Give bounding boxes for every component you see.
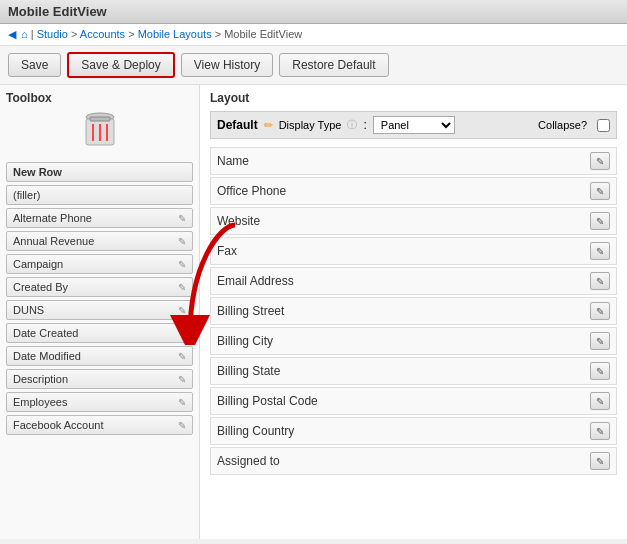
created-by-edit-icon[interactable]: ✎ bbox=[178, 282, 186, 293]
save-button[interactable]: Save bbox=[8, 53, 61, 77]
toolbox-item-date-created[interactable]: Date Created ✎ bbox=[6, 323, 193, 343]
toolbox-item-description[interactable]: Description ✎ bbox=[6, 369, 193, 389]
annual-revenue-edit-icon[interactable]: ✎ bbox=[178, 236, 186, 247]
restore-default-button[interactable]: Restore Default bbox=[279, 53, 388, 77]
layout-panel: Layout Default ✏ Display Type ⓘ : Panel … bbox=[200, 85, 627, 539]
svg-rect-2 bbox=[90, 117, 110, 121]
display-type-select[interactable]: Panel Tab Collapsible bbox=[373, 116, 455, 134]
field-row-fax: Fax ✎ bbox=[210, 237, 617, 265]
breadcrumb: ◀ ⌂ | Studio > Accounts > Mobile Layouts… bbox=[0, 24, 627, 46]
toolbox-item-alternate-phone[interactable]: Alternate Phone ✎ bbox=[6, 208, 193, 228]
layout-title: Layout bbox=[210, 91, 617, 105]
field-row-email-address: Email Address ✎ bbox=[210, 267, 617, 295]
date-modified-edit-icon[interactable]: ✎ bbox=[178, 351, 186, 362]
field-row-billing-street: Billing Street ✎ bbox=[210, 297, 617, 325]
toolbox-item-annual-revenue[interactable]: Annual Revenue ✎ bbox=[6, 231, 193, 251]
alternate-phone-edit-icon[interactable]: ✎ bbox=[178, 213, 186, 224]
toolbox-item-duns[interactable]: DUNS ✎ bbox=[6, 300, 193, 320]
duns-edit-icon[interactable]: ✎ bbox=[178, 305, 186, 316]
facebook-account-edit-icon[interactable]: ✎ bbox=[178, 420, 186, 431]
field-edit-billing-street[interactable]: ✎ bbox=[590, 302, 610, 320]
field-edit-billing-postal-code[interactable]: ✎ bbox=[590, 392, 610, 410]
breadcrumb-mobile-layouts[interactable]: Mobile Layouts bbox=[138, 28, 212, 40]
trash-icon bbox=[82, 111, 118, 151]
collapse-checkbox[interactable] bbox=[597, 119, 610, 132]
breadcrumb-current: Mobile EditView bbox=[224, 28, 302, 40]
toolbox-item-facebook-account[interactable]: Facebook Account ✎ bbox=[6, 415, 193, 435]
view-history-button[interactable]: View History bbox=[181, 53, 273, 77]
field-row-name: Name ✎ bbox=[210, 147, 617, 175]
field-edit-billing-country[interactable]: ✎ bbox=[590, 422, 610, 440]
field-row-website: Website ✎ bbox=[210, 207, 617, 235]
toolbox-title: Toolbox bbox=[6, 91, 193, 105]
toolbox-item-campaign[interactable]: Campaign ✎ bbox=[6, 254, 193, 274]
field-edit-billing-state[interactable]: ✎ bbox=[590, 362, 610, 380]
field-edit-billing-city[interactable]: ✎ bbox=[590, 332, 610, 350]
layout-default-edit-icon[interactable]: ✏ bbox=[264, 119, 273, 132]
display-type-label: Display Type bbox=[279, 119, 342, 131]
field-edit-email-address[interactable]: ✎ bbox=[590, 272, 610, 290]
field-row-billing-city: Billing City ✎ bbox=[210, 327, 617, 355]
toolbox-item-created-by[interactable]: Created By ✎ bbox=[6, 277, 193, 297]
collapse-label: Collapse? bbox=[538, 119, 587, 131]
toolbar: Save Save & Deploy View History Restore … bbox=[0, 46, 627, 85]
toolbox-item-employees[interactable]: Employees ✎ bbox=[6, 392, 193, 412]
toolbox: Toolbox New Row (filler) bbox=[0, 85, 200, 539]
home-icon[interactable]: ⌂ bbox=[21, 28, 28, 40]
breadcrumb-studio[interactable]: Studio bbox=[37, 28, 68, 40]
main-content: Toolbox New Row (filler) bbox=[0, 85, 627, 539]
field-row-billing-postal-code: Billing Postal Code ✎ bbox=[210, 387, 617, 415]
layout-default-label: Default bbox=[217, 118, 258, 132]
description-edit-icon[interactable]: ✎ bbox=[178, 374, 186, 385]
field-row-billing-state: Billing State ✎ bbox=[210, 357, 617, 385]
field-edit-assigned-to[interactable]: ✎ bbox=[590, 452, 610, 470]
field-row-office-phone: Office Phone ✎ bbox=[210, 177, 617, 205]
title-bar: Mobile EditView bbox=[0, 0, 627, 24]
field-edit-office-phone[interactable]: ✎ bbox=[590, 182, 610, 200]
trash-icon-container bbox=[6, 111, 193, 154]
save-deploy-button[interactable]: Save & Deploy bbox=[67, 52, 174, 78]
campaign-edit-icon[interactable]: ✎ bbox=[178, 259, 186, 270]
date-created-edit-icon[interactable]: ✎ bbox=[178, 328, 186, 339]
display-type-info-icon: ⓘ bbox=[347, 118, 357, 132]
field-row-billing-country: Billing Country ✎ bbox=[210, 417, 617, 445]
layout-header: Default ✏ Display Type ⓘ : Panel Tab Col… bbox=[210, 111, 617, 139]
field-edit-fax[interactable]: ✎ bbox=[590, 242, 610, 260]
toolbox-item-date-modified[interactable]: Date Modified ✎ bbox=[6, 346, 193, 366]
toolbox-item-new-row[interactable]: New Row bbox=[6, 162, 193, 182]
title-bar-label: Mobile EditView bbox=[8, 4, 107, 19]
back-icon[interactable]: ◀ bbox=[8, 28, 16, 40]
field-edit-name[interactable]: ✎ bbox=[590, 152, 610, 170]
main-wrapper: Toolbox New Row (filler) bbox=[0, 85, 627, 539]
toolbox-item-filler[interactable]: (filler) bbox=[6, 185, 193, 205]
breadcrumb-accounts[interactable]: Accounts bbox=[80, 28, 125, 40]
field-row-assigned-to: Assigned to ✎ bbox=[210, 447, 617, 475]
field-edit-website[interactable]: ✎ bbox=[590, 212, 610, 230]
employees-edit-icon[interactable]: ✎ bbox=[178, 397, 186, 408]
